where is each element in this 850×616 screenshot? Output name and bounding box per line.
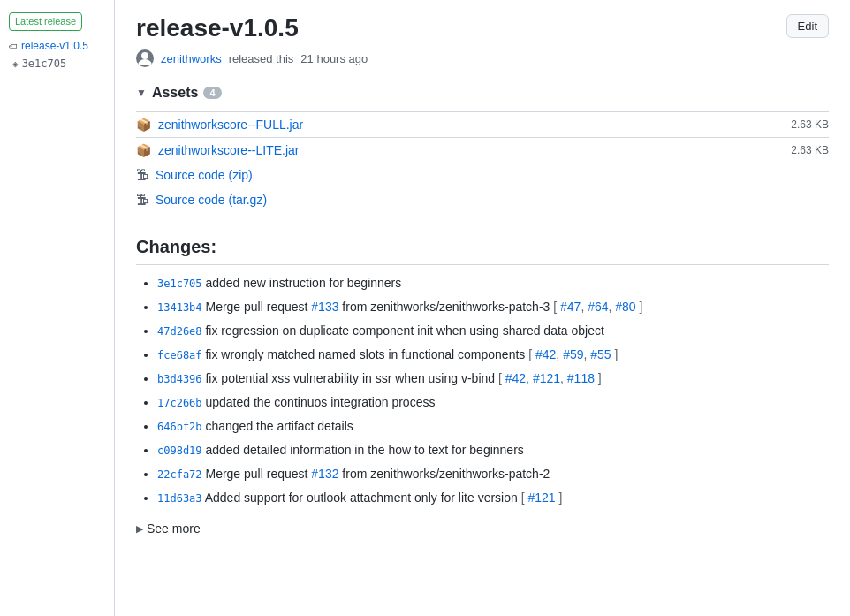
pr-42b[interactable]: #42 bbox=[505, 371, 526, 385]
commit-message-5: fix potential xss vulnerability in ssr w… bbox=[205, 371, 498, 385]
source-targz-item: 🗜 Source code (tar.gz) bbox=[136, 187, 829, 212]
avatar bbox=[136, 49, 154, 67]
meta-author[interactable]: zenithworks bbox=[161, 52, 222, 65]
release-title: release-v1.0.5 bbox=[136, 14, 299, 42]
sidebar-commit-hash[interactable]: 3e1c705 bbox=[22, 57, 67, 70]
changes-section: Changes: 3e1c705 added new instruction f… bbox=[136, 237, 829, 536]
release-meta: zenithworks released this 21 hours ago bbox=[136, 49, 829, 67]
pr-121b[interactable]: #121 bbox=[527, 491, 555, 505]
assets-count: 4 bbox=[203, 87, 221, 99]
see-more-chevron-icon: ▶ bbox=[136, 523, 143, 535]
pr-118[interactable]: #118 bbox=[567, 371, 595, 385]
commit-hash-4[interactable]: fce68af bbox=[157, 349, 202, 361]
release-header: release-v1.0.5 Edit bbox=[136, 14, 829, 42]
assets-chevron-icon: ▼ bbox=[136, 87, 147, 99]
commit-hash-5[interactable]: b3d4396 bbox=[157, 373, 202, 385]
asset-lite-jar-size: 2.63 KB bbox=[791, 144, 829, 156]
commit-message-10: Added support for outlook attachment onl… bbox=[205, 491, 521, 505]
list-item: fce68af fix wrongly matched named slots … bbox=[157, 346, 829, 364]
tag-icon: 🏷 bbox=[9, 42, 18, 51]
source-zip-link[interactable]: Source code (zip) bbox=[156, 168, 829, 182]
pr-121a[interactable]: #121 bbox=[533, 371, 560, 385]
commit-message-1: added new instruction for beginners bbox=[205, 276, 401, 290]
list-item: 3e1c705 added new instruction for beginn… bbox=[157, 274, 829, 293]
commit-hash-10[interactable]: 11d63a3 bbox=[157, 492, 202, 505]
commit-message-2: Merge pull request bbox=[205, 300, 311, 314]
commit-icon: ◈ bbox=[12, 58, 19, 70]
commit-message-9b: from zenithworks/zenithworks-patch-2 bbox=[342, 467, 550, 481]
asset-item-lite-jar: 📦 zenithworkscore--LITE.jar 2.63 KB bbox=[136, 137, 829, 163]
edit-button[interactable]: Edit bbox=[786, 14, 829, 38]
meta-action: released this bbox=[229, 52, 294, 65]
pr-42a[interactable]: #42 bbox=[535, 347, 556, 361]
sidebar-commit: ◈ 3e1c705 bbox=[12, 57, 105, 70]
sidebar-tag[interactable]: 🏷 release-v1.0.5 bbox=[9, 40, 105, 52]
asset-item-full-jar: 📦 zenithworkscore--FULL.jar 2.63 KB bbox=[136, 111, 829, 137]
pr-59[interactable]: #59 bbox=[563, 347, 583, 361]
source-targz-link[interactable]: Source code (tar.gz) bbox=[156, 193, 829, 207]
list-item: 646bf2b changed the artifact details bbox=[157, 417, 829, 436]
bracket-text-2: [ bbox=[553, 300, 560, 314]
commit-hash-2[interactable]: 13413b4 bbox=[157, 301, 202, 314]
sidebar-tag-name: release-v1.0.5 bbox=[21, 40, 88, 52]
commit-message-4: fix wrongly matched named slots in funct… bbox=[205, 347, 528, 361]
list-item: c098d19 added detailed information in th… bbox=[157, 441, 829, 460]
meta-time: 21 hours ago bbox=[300, 52, 368, 65]
see-more-label: See more bbox=[147, 521, 201, 536]
see-more-section[interactable]: ▶ See more bbox=[136, 521, 829, 536]
list-item: 13413b4 Merge pull request #133 from zen… bbox=[157, 298, 829, 316]
targz-icon: 🗜 bbox=[136, 193, 148, 207]
commit-hash-1[interactable]: 3e1c705 bbox=[157, 278, 202, 290]
asset-full-jar-link[interactable]: zenithworkscore--FULL.jar bbox=[158, 118, 791, 132]
svg-point-0 bbox=[141, 52, 148, 59]
bracket-close-2: ] bbox=[636, 300, 643, 314]
zip-icon: 🗜 bbox=[136, 168, 148, 182]
pr-47[interactable]: #47 bbox=[560, 300, 581, 314]
commit-message-9: Merge pull request bbox=[205, 467, 311, 481]
commit-message-8: added detailed information in the how to… bbox=[205, 443, 523, 457]
changes-list: 3e1c705 added new instruction for beginn… bbox=[136, 274, 829, 507]
commit-hash-6[interactable]: 17c266b bbox=[157, 397, 202, 409]
commit-message-2b: from zenithworks/zenithworks-patch-3 bbox=[342, 300, 553, 314]
jar-lite-icon: 📦 bbox=[136, 143, 151, 157]
asset-lite-jar-link[interactable]: zenithworkscore--LITE.jar bbox=[158, 143, 791, 157]
pr-80[interactable]: #80 bbox=[615, 300, 635, 314]
pr-55[interactable]: #55 bbox=[590, 347, 611, 361]
changes-title: Changes: bbox=[136, 237, 829, 265]
list-item: 22cfa72 Merge pull request #132 from zen… bbox=[157, 465, 829, 483]
pr-link-133[interactable]: #133 bbox=[311, 300, 338, 314]
pr-132[interactable]: #132 bbox=[311, 467, 338, 481]
assets-label: Assets bbox=[152, 85, 198, 101]
jar-icon: 📦 bbox=[136, 118, 151, 132]
asset-full-jar-size: 2.63 KB bbox=[791, 118, 829, 131]
commit-message-6: updated the continuos integration proces… bbox=[205, 395, 435, 409]
commit-hash-7[interactable]: 646bf2b bbox=[157, 421, 202, 433]
commit-hash-8[interactable]: c098d19 bbox=[157, 445, 202, 457]
latest-release-badge: Latest release bbox=[9, 12, 82, 31]
assets-header[interactable]: ▼ Assets 4 bbox=[136, 85, 829, 101]
list-item: 47d26e8 fix regression on duplicate comp… bbox=[157, 322, 829, 340]
bracket-text-4: [ bbox=[528, 347, 535, 361]
main-content: release-v1.0.5 Edit zenithworks released… bbox=[115, 0, 850, 616]
pr-64[interactable]: #64 bbox=[588, 300, 608, 314]
sidebar: Latest release 🏷 release-v1.0.5 ◈ 3e1c70… bbox=[0, 0, 115, 616]
commit-message-3: fix regression on duplicate component in… bbox=[205, 323, 603, 338]
list-item: b3d4396 fix potential xss vulnerability … bbox=[157, 369, 829, 388]
source-zip-item: 🗜 Source code (zip) bbox=[136, 163, 829, 187]
list-item: 11d63a3 Added support for outlook attach… bbox=[157, 489, 829, 507]
comma-2a: , bbox=[581, 300, 588, 314]
assets-section: ▼ Assets 4 📦 zenithworkscore--FULL.jar 2… bbox=[136, 85, 829, 212]
commit-message-7: changed the artifact details bbox=[205, 419, 353, 433]
commit-hash-3[interactable]: 47d26e8 bbox=[157, 325, 202, 338]
commit-hash-9[interactable]: 22cfa72 bbox=[157, 468, 202, 481]
list-item: 17c266b updated the continuos integratio… bbox=[157, 393, 829, 412]
